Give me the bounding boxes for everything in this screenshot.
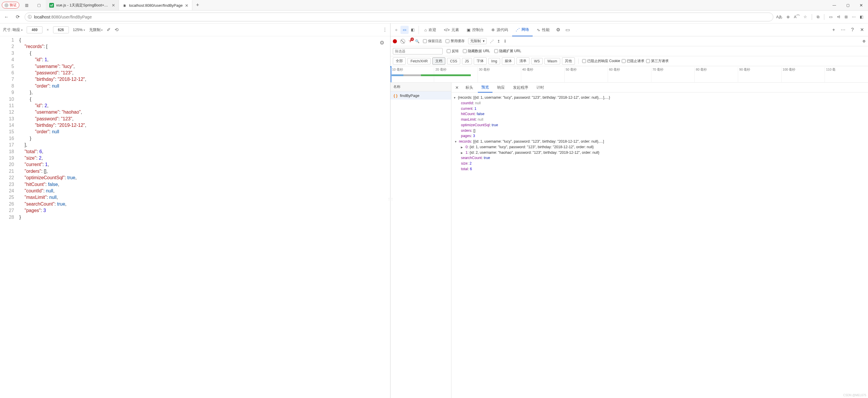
close-detail-icon[interactable]: ✕ — [453, 85, 461, 90]
expand-arrow-icon[interactable] — [461, 150, 464, 156]
filter-toggle-icon[interactable]: ⧩× — [409, 39, 411, 43]
disable-cache-checkbox[interactable]: 禁用缓存 — [445, 39, 465, 44]
refresh-button[interactable]: ⟳ — [13, 13, 22, 21]
sidebar-toggle-icon[interactable]: ◧ — [860, 14, 863, 19]
settings-more-icon[interactable]: ⋯ — [852, 14, 856, 19]
tab-console[interactable]: ▣控制台 — [463, 24, 487, 36]
dtab-preview[interactable]: 预览 — [478, 82, 493, 93]
hide-data-url-checkbox[interactable]: 隐藏数据 URL — [463, 48, 490, 54]
collections-icon[interactable]: ▭ — [829, 14, 833, 19]
dock-side-icon[interactable]: ◧ — [409, 26, 417, 34]
zoom-icon[interactable]: ⊕ — [786, 14, 790, 19]
json-code: { "records": [ { "id": 1, "username": "l… — [19, 37, 390, 221]
close-tab-icon[interactable]: ✕ — [112, 3, 115, 8]
rotate-icon[interactable]: ⟲ — [115, 27, 118, 33]
search-icon[interactable]: 🔍 — [415, 39, 420, 43]
response-preview[interactable]: {records: [{id: 1, username: "lucy", pas… — [452, 93, 868, 398]
type-img[interactable]: Img — [488, 58, 500, 64]
viewport-height-input[interactable] — [53, 26, 69, 33]
json-viewer[interactable]: ⚙ 12345678910111213141516171819202122232… — [0, 36, 390, 398]
blocked-req-checkbox[interactable]: 已阻止请求 — [622, 59, 644, 64]
import-har-icon[interactable]: ↥ — [497, 39, 500, 43]
apps-icon[interactable]: ⊞ — [844, 14, 848, 19]
dtab-response[interactable]: 响应 — [494, 82, 508, 93]
tab-welcome[interactable]: ⌂欢迎 — [421, 24, 439, 36]
favorite-star-icon[interactable]: ☆ — [804, 14, 807, 19]
expand-arrow-icon[interactable] — [453, 95, 457, 100]
type-other[interactable]: 其他 — [562, 57, 575, 65]
dtab-timing[interactable]: 计时 — [533, 82, 548, 93]
browser-tab-1[interactable]: 🗎 localhost:8080/user/findByPage ✕ — [119, 0, 192, 10]
type-media[interactable]: 媒体 — [502, 57, 515, 65]
type-js[interactable]: JS — [462, 58, 472, 64]
close-tab-icon[interactable]: ✕ — [185, 3, 188, 8]
device-more-icon[interactable]: ⋮ — [382, 27, 387, 33]
device-mode-icon[interactable]: ▭ — [400, 26, 409, 34]
type-manifest[interactable]: 清单 — [517, 57, 529, 65]
request-item[interactable]: { } findByPage — [391, 91, 451, 100]
tab-elements[interactable]: </>元素 — [440, 24, 463, 36]
viewport-width-input[interactable] — [27, 26, 42, 33]
type-all[interactable]: 全部 — [393, 57, 406, 65]
expand-arrow-icon[interactable] — [461, 144, 464, 150]
translate-icon[interactable]: Aあ — [776, 14, 783, 20]
tab-performance[interactable]: ∿性能 — [533, 24, 553, 36]
request-list-header[interactable]: 名称 — [391, 82, 451, 91]
url-text: localhost:8080/user/findByPage — [34, 14, 92, 19]
site-info-icon[interactable]: ⓘ — [28, 14, 32, 20]
read-aloud-icon[interactable]: A⁀ — [794, 14, 799, 19]
url-input[interactable]: ⓘ localhost:8080/user/findByPage — [25, 12, 773, 21]
export-har-icon[interactable]: ↧ — [504, 39, 506, 43]
device-size-dropdown[interactable]: 尺寸: 响应 — [3, 27, 23, 33]
type-css[interactable]: CSS — [447, 58, 460, 64]
eyedropper-icon[interactable]: ✐ — [107, 27, 111, 33]
clear-button[interactable] — [400, 39, 405, 44]
inspect-element-icon[interactable]: ⟐ — [392, 26, 400, 34]
tab-title: localhost:8080/user/findByPage — [129, 3, 183, 8]
window-close-button[interactable]: ✕ — [855, 0, 868, 10]
network-timeline[interactable]: 10 毫秒20 毫秒30 毫秒40 毫秒50 毫秒60 毫秒70 毫秒80 毫秒… — [391, 66, 868, 82]
preserve-log-checkbox[interactable]: 保留日志 — [423, 39, 442, 44]
window-maximize-button[interactable]: ▢ — [841, 0, 855, 10]
devtools-help-icon[interactable]: ? — [848, 27, 857, 33]
type-wasm[interactable]: Wasm — [545, 58, 560, 64]
dtab-initiator[interactable]: 发起程序 — [509, 82, 532, 93]
browser-tab-0[interactable]: sf vue.js - 1天搞定SpringBoot+Vue ✕ — [46, 0, 119, 10]
throttle-dropdown[interactable]: 无限制 — [89, 27, 103, 33]
zoom-dropdown[interactable]: 125% — [73, 28, 85, 32]
favorites-icon[interactable]: ⩤ — [837, 14, 840, 19]
extensions-icon[interactable]: ⧉ — [817, 14, 819, 19]
type-doc[interactable]: 文档 — [432, 57, 445, 65]
new-tab-button[interactable]: + — [192, 0, 203, 10]
tab-network[interactable]: ⋰网络 — [512, 24, 533, 36]
devtools-more-icon[interactable]: ⋯ — [839, 27, 847, 33]
tab-actions-icon[interactable]: ▢ — [34, 3, 44, 7]
devtools-dock-icon[interactable]: ▭ — [563, 27, 572, 33]
network-conditions-icon[interactable]: ⋰ — [490, 39, 494, 43]
back-button[interactable]: ← — [2, 13, 10, 21]
hide-ext-url-checkbox[interactable]: 隐藏扩展 URL — [494, 48, 521, 54]
verify-label: 验证 — [10, 3, 17, 8]
devtools-add-panel-icon[interactable]: + — [829, 27, 838, 33]
favicon-page-icon: 🗎 — [123, 3, 127, 8]
window-minimize-button[interactable]: — — [828, 0, 841, 10]
third-party-checkbox[interactable]: 第三方请求 — [646, 59, 669, 64]
blocked-cookie-checkbox[interactable]: 已阻止的响应 Cookie — [582, 59, 620, 64]
throttle-select[interactable]: 无限制 ▾ — [468, 38, 487, 44]
dtab-headers[interactable]: 标头 — [462, 82, 477, 93]
devtools-settings-icon[interactable]: ⚙ — [554, 27, 562, 33]
workspaces-icon[interactable]: ▥ — [22, 3, 32, 7]
filter-input[interactable] — [393, 48, 443, 55]
type-fetch[interactable]: Fetch/XHR — [407, 58, 431, 64]
devtools-close-icon[interactable]: ✕ — [858, 27, 866, 33]
tab-sources[interactable]: ✲源代码 — [488, 24, 512, 36]
type-font[interactable]: 字体 — [474, 57, 487, 65]
invert-checkbox[interactable]: 反转 — [447, 48, 459, 54]
timeline-tick: 40 毫秒 — [521, 67, 564, 82]
expand-arrow-icon[interactable] — [454, 139, 458, 144]
type-ws[interactable]: WS — [531, 58, 542, 64]
json-settings-icon[interactable]: ⚙ — [380, 39, 384, 46]
profile-verify-pill[interactable]: 验证 — [2, 2, 19, 8]
record-button[interactable] — [393, 39, 397, 43]
network-settings-icon[interactable]: ⚙ — [862, 39, 866, 43]
